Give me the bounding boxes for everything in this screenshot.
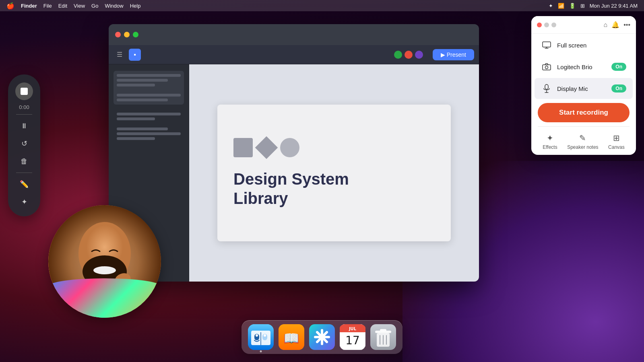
stop-icon (21, 88, 28, 95)
svg-rect-35 (380, 329, 386, 331)
menubar-edit[interactable]: Edit (58, 3, 67, 9)
svg-point-3 (93, 266, 116, 274)
dock-item-calendar[interactable]: JUL 17 (340, 324, 365, 350)
speaker-notes-item[interactable]: ✎ Speaker notes (567, 133, 598, 150)
pause-button[interactable]: ⏸ (16, 118, 32, 134)
panel-close-button[interactable] (537, 23, 542, 27)
slide-thumbnail-2[interactable] (114, 109, 184, 143)
panel-max-button[interactable] (551, 23, 556, 27)
svg-text:📖: 📖 (283, 331, 299, 346)
svg-point-9 (545, 66, 548, 69)
mic-toggle[interactable]: On (611, 84, 626, 93)
svg-point-4 (64, 290, 145, 318)
view-icon[interactable]: ▪ (129, 49, 141, 61)
divider (16, 173, 32, 173)
minimize-button[interactable] (124, 32, 130, 37)
books-icon: 📖 (279, 324, 304, 350)
slide-title: Design System Library (233, 169, 435, 208)
app-window: ☰ ▪ ▶ Present (109, 24, 479, 282)
battery-icon[interactable]: 🔋 (569, 3, 576, 9)
recording-panel: ⌂ 🔔 ••• Full screen Logitech Brio On (531, 16, 636, 155)
menubar-view[interactable]: View (74, 3, 85, 9)
color-dot-green[interactable] (394, 51, 402, 59)
svg-rect-8 (543, 65, 551, 70)
panel-traffic-lights (537, 23, 556, 27)
svg-text:JUL: JUL (349, 327, 357, 331)
maximize-button[interactable] (133, 32, 138, 37)
canvas-icon: ⊞ (613, 133, 620, 143)
dock-item-finder[interactable] (248, 324, 274, 350)
start-recording-label: Start recording (559, 109, 608, 117)
svg-rect-10 (545, 84, 548, 89)
effects-item[interactable]: ✦ Effects (543, 133, 557, 150)
home-icon[interactable]: ⌂ (604, 21, 608, 29)
draw-button[interactable]: ✏️ (16, 176, 32, 192)
effects-button[interactable]: ✦ (16, 194, 32, 210)
effects-icon: ✦ (547, 133, 553, 143)
svg-point-6 (124, 280, 127, 283)
display-icon (541, 39, 552, 51)
color-dots (394, 51, 423, 59)
dock-indicator (260, 350, 262, 352)
panel-min-button[interactable] (544, 23, 549, 27)
slide-line (117, 113, 181, 115)
menubar-window[interactable]: Window (105, 3, 123, 9)
control-center-icon[interactable]: ⊞ (580, 3, 585, 9)
menubar-file[interactable]: File (43, 3, 52, 9)
undo-button[interactable]: ↺ (16, 136, 32, 152)
slide-line (117, 132, 181, 135)
slide-line (117, 94, 181, 97)
svg-text:17: 17 (345, 334, 360, 347)
mic-label: Display Mic (557, 85, 607, 92)
slide-line (117, 99, 168, 101)
camera-toggle[interactable]: On (611, 63, 626, 71)
slide-line (117, 74, 181, 77)
close-button[interactable] (115, 32, 121, 37)
menubar-app-name[interactable]: Finder (21, 3, 37, 9)
panel-title-icons: ⌂ 🔔 ••• (604, 21, 630, 29)
dock-item-trash[interactable] (370, 324, 396, 350)
camera-row[interactable]: Logitech Brio On (535, 56, 633, 77)
mic-icon (541, 83, 552, 94)
color-dot-purple[interactable] (415, 51, 423, 59)
calendar-icon: JUL 17 (340, 324, 365, 350)
source-row[interactable]: Full screen (535, 35, 633, 56)
more-options-icon[interactable]: ••• (623, 21, 630, 29)
current-slide: Design System Library (217, 105, 451, 241)
menubar-help[interactable]: Help (130, 3, 141, 9)
spotlight-icon[interactable]: ✦ (549, 3, 553, 9)
panel-titlebar: ⌂ 🔔 ••• (531, 16, 636, 34)
window-body: Design System Library (109, 64, 479, 282)
slide-shapes (233, 138, 435, 157)
webcam-overlay[interactable] (48, 205, 161, 318)
delete-button[interactable]: 🗑 (16, 153, 32, 169)
menubar-right: ✦ 📶 🔋 ⊞ Mon Jun 22 9:41 AM (549, 3, 638, 9)
divider (16, 114, 32, 115)
mic-row[interactable]: Display Mic On (535, 78, 633, 99)
menubar-go[interactable]: Go (91, 3, 98, 9)
panel-bottom-toolbar: ✦ Effects ✎ Speaker notes ⊞ Canvas (531, 130, 636, 152)
slide-line (117, 84, 155, 86)
dock-item-perplexity[interactable] (309, 324, 335, 350)
camera-label: Logitech Brio (557, 64, 607, 70)
dock: 📖 (242, 320, 402, 354)
dock-item-books[interactable]: 📖 (279, 324, 304, 350)
wifi-icon[interactable]: 📶 (558, 3, 564, 9)
svg-point-18 (264, 334, 266, 337)
canvas-item[interactable]: ⊞ Canvas (608, 133, 625, 150)
slide-line (117, 79, 168, 82)
person-svg (48, 205, 161, 318)
menu-icon[interactable]: ☰ (114, 49, 126, 61)
present-button[interactable]: ▶ Present (433, 49, 474, 60)
shape-diamond (255, 136, 278, 159)
recording-controls: 0:00 ⏸ ↺ 🗑 ✏️ ✦ (8, 74, 40, 216)
slide-canvas: Design System Library (189, 64, 479, 282)
slide-title-line2: Library (233, 189, 435, 208)
bell-icon[interactable]: 🔔 (611, 21, 619, 29)
apple-logo-icon[interactable]: 🍎 (6, 2, 14, 10)
slide-thumbnail-1[interactable] (114, 71, 184, 105)
stop-recording-button[interactable] (15, 82, 33, 100)
slide-line (117, 137, 155, 140)
start-recording-button[interactable]: Start recording (538, 103, 630, 122)
color-dot-red[interactable] (405, 51, 413, 59)
